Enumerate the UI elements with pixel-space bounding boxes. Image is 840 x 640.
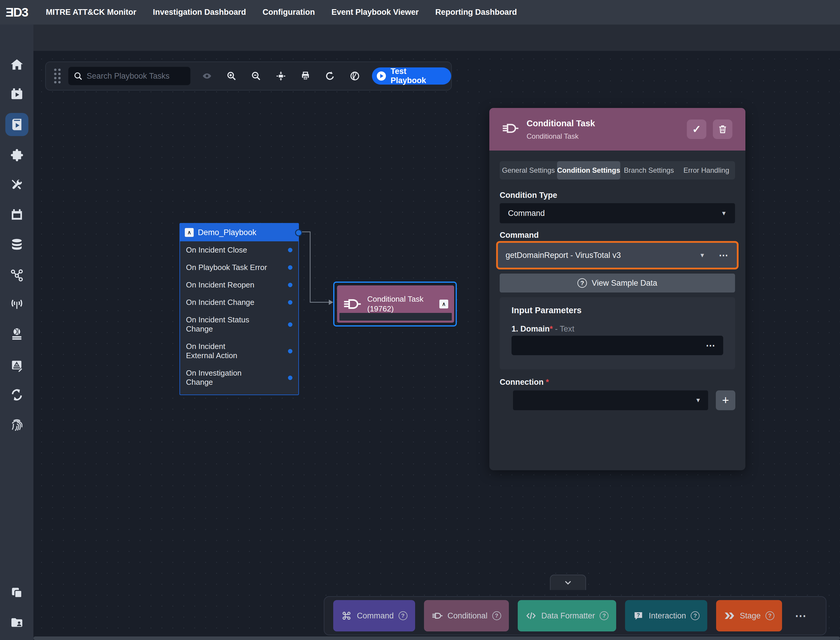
add-conditional-task-button[interactable]: Conditional ?: [424, 600, 509, 631]
domain-input[interactable]: ⋯: [511, 336, 723, 355]
antenna-icon[interactable]: [10, 298, 24, 311]
double-chevron-icon: [724, 611, 735, 621]
input-parameters-title: Input Parameters: [511, 306, 581, 315]
add-data-formatter-task-button[interactable]: Data Formatter ?: [518, 600, 616, 631]
search-playbook-tasks-input[interactable]: [87, 72, 191, 81]
eye-icon[interactable]: [199, 68, 215, 84]
refresh-icon[interactable]: [322, 68, 338, 84]
folder-user-icon[interactable]: [10, 616, 24, 629]
more-tasks-icon[interactable]: ⋯: [795, 609, 808, 622]
trigger-row-incident-close[interactable]: On Incident Close: [180, 241, 298, 259]
nav-item-event-playbook-viewer[interactable]: Event Playbook Viewer: [331, 8, 419, 17]
trigger-port[interactable]: [288, 376, 292, 380]
help-icon[interactable]: ?: [600, 611, 608, 620]
test-playbook-label: Test Playbook: [391, 67, 444, 85]
database-icon[interactable]: [10, 238, 24, 251]
tools-icon[interactable]: [10, 178, 24, 192]
trigger-label: On Incident Reopen: [186, 280, 275, 290]
connection-select[interactable]: ▼: [513, 390, 708, 410]
test-playbook-button[interactable]: Test Playbook: [372, 67, 451, 85]
param-more-options-icon[interactable]: ⋯: [706, 340, 716, 351]
trigger-port[interactable]: [288, 322, 292, 327]
command-label: Command: [500, 231, 539, 240]
data-formatter-label: Data Formatter: [541, 611, 595, 621]
nav-item-investigation-dashboard[interactable]: Investigation Dashboard: [153, 8, 246, 17]
drag-handle-icon[interactable]: [54, 69, 61, 83]
plus-icon: +: [722, 394, 729, 407]
playbook-book-icon[interactable]: [10, 118, 24, 131]
collapse-node-icon[interactable]: ∧: [185, 228, 194, 237]
trigger-port[interactable]: [288, 300, 292, 305]
logic-gate-icon: [502, 122, 519, 134]
trigger-row-playbook-task-error[interactable]: On Playbook Task Error: [180, 259, 298, 276]
tab-branch-settings[interactable]: Branch Settings: [620, 161, 678, 179]
required-asterisk: *: [546, 378, 549, 387]
network-nodes-icon[interactable]: [10, 268, 24, 282]
add-command-task-button[interactable]: Command ?: [333, 600, 415, 631]
playbook-trigger-node[interactable]: ∧ Demo_Playbook On Incident Close On Pla…: [179, 223, 299, 395]
copy-icon[interactable]: [10, 586, 24, 600]
trigger-row-investigation-change[interactable]: On Investigation Change: [180, 364, 298, 395]
globe-icon[interactable]: [347, 68, 363, 84]
tab-general-settings[interactable]: General Settings: [500, 161, 557, 179]
command-select-highlighted[interactable]: getDomainReport - VirusTotal v3 ▼ ⋯: [496, 241, 739, 269]
toolbar-collapse-button[interactable]: [550, 574, 586, 590]
home-icon[interactable]: [10, 58, 24, 72]
playbook-node-header[interactable]: ∧ Demo_Playbook: [180, 224, 298, 241]
view-sample-data-button[interactable]: ? View Sample Data: [500, 274, 735, 293]
nav-item-reporting-dashboard[interactable]: Reporting Dashboard: [435, 8, 517, 17]
fingerprint-icon[interactable]: [10, 418, 24, 432]
trigger-label: On Investigation Change: [186, 368, 254, 387]
calendar-play-icon[interactable]: [10, 87, 24, 101]
trigger-label: On Incident Status Change: [186, 315, 254, 334]
play-circle-icon: [376, 71, 387, 81]
panel-subtitle: Conditional Task: [527, 132, 579, 141]
zoom-out-icon[interactable]: [248, 68, 264, 84]
trigger-port[interactable]: [288, 349, 292, 354]
globe-lines-icon[interactable]: [10, 328, 24, 341]
trigger-label: On Incident External Action: [186, 342, 254, 360]
nav-item-mitre-attack-monitor[interactable]: MITRE ATT&CK Monitor: [46, 8, 136, 17]
sync-arrows-icon[interactable]: [10, 388, 24, 402]
help-icon[interactable]: ?: [399, 611, 407, 620]
command-more-options-icon[interactable]: ⋯: [719, 250, 729, 261]
tab-condition-settings[interactable]: Condition Settings: [557, 161, 620, 179]
confirm-button[interactable]: ✓: [687, 120, 706, 139]
trigger-label: On Incident Close: [186, 245, 275, 254]
puzzle-icon[interactable]: [10, 148, 24, 162]
calendar-icon[interactable]: [10, 208, 24, 221]
trigger-port[interactable]: [288, 265, 292, 270]
trigger-row-incident-reopen[interactable]: On Incident Reopen: [180, 276, 298, 294]
output-port[interactable]: [295, 229, 302, 236]
nav-item-configuration[interactable]: Configuration: [263, 8, 315, 17]
condition-type-select[interactable]: Command ▼: [500, 203, 735, 223]
conditional-task-node[interactable]: Conditional Task (19762) ∧: [337, 285, 454, 323]
panel-title: Conditional Task: [527, 118, 595, 128]
trigger-row-incident-external-action[interactable]: On Incident External Action: [180, 338, 298, 364]
canvas-toolbar: Test Playbook: [45, 61, 452, 91]
print-icon[interactable]: [297, 68, 313, 84]
param-name: 1. Domain: [511, 325, 549, 333]
trigger-port[interactable]: [288, 283, 292, 287]
add-stage-task-button[interactable]: Stage ?: [716, 600, 782, 631]
trigger-row-incident-change[interactable]: On Incident Change: [180, 294, 298, 311]
help-icon[interactable]: ?: [765, 611, 775, 620]
tab-error-handling[interactable]: Error Handling: [678, 161, 735, 179]
task-config-panel: Conditional Task Conditional Task ✓ Gene…: [489, 108, 746, 470]
d3-logo[interactable]: ƎD3: [0, 5, 34, 19]
help-icon[interactable]: ?: [492, 611, 501, 620]
fit-view-icon[interactable]: [273, 68, 289, 84]
horizontal-scrollbar[interactable]: [34, 637, 840, 640]
collapse-node-icon[interactable]: ∧: [439, 299, 448, 309]
search-box[interactable]: [68, 67, 190, 85]
command-value: getDomainReport - VirusTotal v3: [506, 251, 699, 260]
zoom-in-icon[interactable]: [223, 68, 240, 84]
trigger-port[interactable]: [288, 248, 292, 252]
form-edit-icon[interactable]: [10, 359, 24, 373]
add-interaction-task-button[interactable]: Interaction ?: [625, 600, 707, 631]
trigger-row-incident-status-change[interactable]: On Incident Status Change: [180, 311, 298, 338]
help-icon[interactable]: ?: [691, 611, 699, 620]
add-connection-button[interactable]: +: [716, 390, 735, 410]
condition-type-value: Command: [508, 209, 721, 218]
delete-task-button[interactable]: [713, 120, 732, 139]
